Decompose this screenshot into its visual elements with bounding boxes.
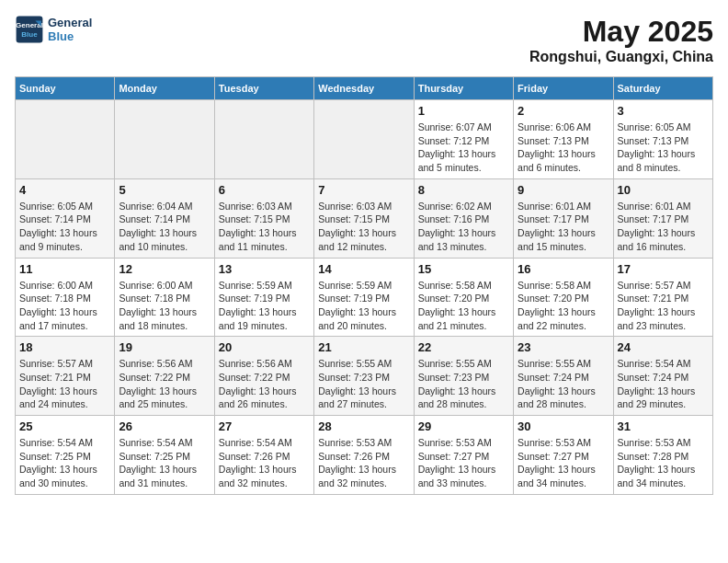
sunrise-label: Sunrise: 5:53 AM xyxy=(418,437,492,448)
sunset-label: Sunset: 7:22 PM xyxy=(219,372,290,383)
calendar-week-row: 25 Sunrise: 5:54 AM Sunset: 7:25 PM Dayl… xyxy=(16,416,713,495)
daylight-label: Daylight: 13 hours and 28 minutes. xyxy=(418,385,496,410)
day-info: Sunrise: 6:06 AM Sunset: 7:13 PM Dayligh… xyxy=(518,121,609,175)
day-info: Sunrise: 6:01 AM Sunset: 7:17 PM Dayligh… xyxy=(618,200,709,254)
sunset-label: Sunset: 7:18 PM xyxy=(19,293,91,304)
sunset-label: Sunset: 7:27 PM xyxy=(418,451,490,462)
sunrise-label: Sunrise: 6:04 AM xyxy=(119,201,192,212)
sunset-label: Sunset: 7:17 PM xyxy=(518,213,589,224)
sunrise-label: Sunrise: 5:54 AM xyxy=(19,437,93,448)
daylight-label: Daylight: 13 hours and 21 minutes. xyxy=(418,306,496,331)
svg-text:Blue: Blue xyxy=(21,30,38,39)
day-number: 13 xyxy=(219,262,310,276)
sunrise-label: Sunrise: 6:00 AM xyxy=(119,280,192,291)
calendar-cell: 10 Sunrise: 6:01 AM Sunset: 7:17 PM Dayl… xyxy=(613,178,712,258)
calendar-subtitle: Rongshui, Guangxi, China xyxy=(529,49,713,65)
sunrise-label: Sunrise: 5:57 AM xyxy=(618,280,691,291)
calendar-cell: 23 Sunrise: 5:55 AM Sunset: 7:24 PM Dayl… xyxy=(514,337,613,416)
sunrise-label: Sunrise: 6:00 AM xyxy=(19,280,93,291)
sunset-label: Sunset: 7:25 PM xyxy=(19,451,91,462)
sunset-label: Sunset: 7:15 PM xyxy=(219,213,290,224)
sunrise-label: Sunrise: 5:54 AM xyxy=(618,358,691,369)
calendar-cell xyxy=(314,100,414,179)
day-info: Sunrise: 5:59 AM Sunset: 7:19 PM Dayligh… xyxy=(219,279,310,333)
sunrise-label: Sunrise: 6:03 AM xyxy=(318,201,392,212)
sunrise-label: Sunrise: 5:59 AM xyxy=(318,280,392,291)
daylight-label: Daylight: 13 hours and 10 minutes. xyxy=(119,227,197,252)
sunrise-label: Sunrise: 5:54 AM xyxy=(119,437,192,448)
sunset-label: Sunset: 7:13 PM xyxy=(618,135,689,146)
daylight-label: Daylight: 13 hours and 33 minutes. xyxy=(418,464,496,488)
weekday-header-wednesday: Wednesday xyxy=(314,77,414,100)
sunrise-label: Sunrise: 5:53 AM xyxy=(618,437,691,448)
daylight-label: Daylight: 13 hours and 34 minutes. xyxy=(518,464,596,488)
calendar-cell: 29 Sunrise: 5:53 AM Sunset: 7:27 PM Dayl… xyxy=(414,416,513,495)
sunset-label: Sunset: 7:26 PM xyxy=(219,451,290,462)
day-number: 22 xyxy=(418,340,509,354)
day-number: 26 xyxy=(119,419,210,433)
daylight-label: Daylight: 13 hours and 26 minutes. xyxy=(219,385,297,410)
day-number: 28 xyxy=(318,419,409,433)
sunrise-label: Sunrise: 5:55 AM xyxy=(518,358,591,369)
weekday-header-friday: Friday xyxy=(514,77,613,100)
daylight-label: Daylight: 13 hours and 15 minutes. xyxy=(518,227,596,252)
calendar-cell: 14 Sunrise: 5:59 AM Sunset: 7:19 PM Dayl… xyxy=(314,258,414,337)
calendar-cell: 5 Sunrise: 6:04 AM Sunset: 7:14 PM Dayli… xyxy=(115,178,214,258)
calendar-table: SundayMondayTuesdayWednesdayThursdayFrid… xyxy=(15,76,713,495)
sunset-label: Sunset: 7:23 PM xyxy=(418,372,490,383)
calendar-cell: 6 Sunrise: 6:03 AM Sunset: 7:15 PM Dayli… xyxy=(214,178,313,258)
calendar-cell: 17 Sunrise: 5:57 AM Sunset: 7:21 PM Dayl… xyxy=(613,258,712,337)
sunset-label: Sunset: 7:14 PM xyxy=(119,213,190,224)
sunrise-label: Sunrise: 5:56 AM xyxy=(219,358,292,369)
daylight-label: Daylight: 13 hours and 12 minutes. xyxy=(318,227,396,252)
sunrise-label: Sunrise: 5:56 AM xyxy=(119,358,192,369)
day-number: 16 xyxy=(518,262,609,276)
daylight-label: Daylight: 13 hours and 30 minutes. xyxy=(19,464,97,488)
sunrise-label: Sunrise: 5:53 AM xyxy=(318,437,392,448)
day-number: 4 xyxy=(19,183,110,197)
calendar-cell: 19 Sunrise: 5:56 AM Sunset: 7:22 PM Dayl… xyxy=(115,337,214,416)
calendar-cell xyxy=(214,100,313,179)
weekday-header-row: SundayMondayTuesdayWednesdayThursdayFrid… xyxy=(16,77,713,100)
header: General Blue General Blue May 2025 Rongs… xyxy=(15,15,713,65)
daylight-label: Daylight: 13 hours and 27 minutes. xyxy=(318,385,396,410)
calendar-cell: 13 Sunrise: 5:59 AM Sunset: 7:19 PM Dayl… xyxy=(214,258,313,337)
sunset-label: Sunset: 7:18 PM xyxy=(119,293,190,304)
sunset-label: Sunset: 7:12 PM xyxy=(418,135,490,146)
day-info: Sunrise: 5:55 AM Sunset: 7:23 PM Dayligh… xyxy=(318,357,409,411)
daylight-label: Daylight: 13 hours and 13 minutes. xyxy=(418,227,496,252)
day-info: Sunrise: 5:56 AM Sunset: 7:22 PM Dayligh… xyxy=(219,357,310,411)
daylight-label: Daylight: 13 hours and 23 minutes. xyxy=(618,306,696,331)
day-number: 7 xyxy=(318,183,409,197)
calendar-cell: 25 Sunrise: 5:54 AM Sunset: 7:25 PM Dayl… xyxy=(16,416,115,495)
daylight-label: Daylight: 13 hours and 18 minutes. xyxy=(119,306,197,331)
day-info: Sunrise: 6:04 AM Sunset: 7:14 PM Dayligh… xyxy=(119,200,210,254)
day-number: 30 xyxy=(518,419,609,433)
day-number: 1 xyxy=(418,104,509,118)
logo-text-blue: Blue xyxy=(48,29,92,43)
title-block: May 2025 Rongshui, Guangxi, China xyxy=(529,15,713,65)
sunrise-label: Sunrise: 6:05 AM xyxy=(618,121,691,132)
daylight-label: Daylight: 13 hours and 16 minutes. xyxy=(618,227,696,252)
weekday-header-thursday: Thursday xyxy=(414,77,513,100)
sunset-label: Sunset: 7:15 PM xyxy=(318,213,390,224)
calendar-cell: 2 Sunrise: 6:06 AM Sunset: 7:13 PM Dayli… xyxy=(514,100,613,179)
calendar-cell: 24 Sunrise: 5:54 AM Sunset: 7:24 PM Dayl… xyxy=(613,337,712,416)
sunset-label: Sunset: 7:16 PM xyxy=(418,213,490,224)
weekday-header-saturday: Saturday xyxy=(613,77,712,100)
sunrise-label: Sunrise: 6:02 AM xyxy=(418,201,492,212)
calendar-week-row: 4 Sunrise: 6:05 AM Sunset: 7:14 PM Dayli… xyxy=(16,178,713,258)
daylight-label: Daylight: 13 hours and 34 minutes. xyxy=(618,464,696,488)
calendar-week-row: 11 Sunrise: 6:00 AM Sunset: 7:18 PM Dayl… xyxy=(16,258,713,337)
sunset-label: Sunset: 7:14 PM xyxy=(19,213,91,224)
calendar-cell: 12 Sunrise: 6:00 AM Sunset: 7:18 PM Dayl… xyxy=(115,258,214,337)
day-number: 25 xyxy=(19,419,110,433)
daylight-label: Daylight: 13 hours and 5 minutes. xyxy=(418,148,496,173)
calendar-cell: 11 Sunrise: 6:00 AM Sunset: 7:18 PM Dayl… xyxy=(16,258,115,337)
calendar-cell: 3 Sunrise: 6:05 AM Sunset: 7:13 PM Dayli… xyxy=(613,100,712,179)
day-number: 3 xyxy=(618,104,709,118)
calendar-cell: 21 Sunrise: 5:55 AM Sunset: 7:23 PM Dayl… xyxy=(314,337,414,416)
sunset-label: Sunset: 7:17 PM xyxy=(618,213,689,224)
day-info: Sunrise: 6:01 AM Sunset: 7:17 PM Dayligh… xyxy=(518,200,609,254)
sunrise-label: Sunrise: 6:03 AM xyxy=(219,201,292,212)
